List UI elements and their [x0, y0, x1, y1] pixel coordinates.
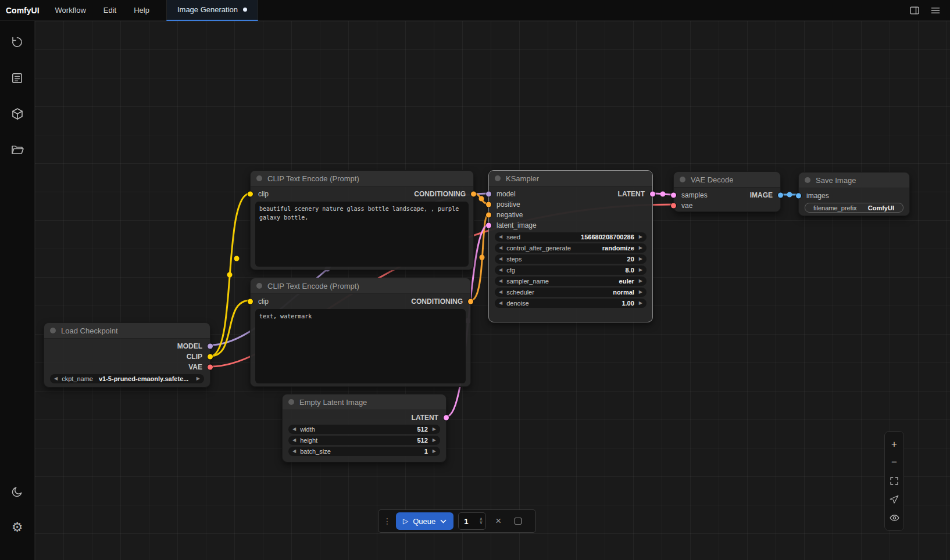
output-slot-dot[interactable]: [208, 344, 213, 349]
menu-edit[interactable]: Edit: [95, 0, 125, 21]
node-load-checkpoint[interactable]: Load Checkpoint MODEL CLIP VAE ◀ ckpt_na…: [44, 322, 210, 387]
tab-image-generation[interactable]: Image Generation: [166, 0, 258, 21]
widget-width[interactable]: ◀ width 512 ▶: [288, 425, 440, 434]
widget-seed[interactable]: ◀ seed 156680208700286 ▶: [495, 232, 647, 242]
input-slot-dot[interactable]: [486, 202, 491, 207]
collapse-dot[interactable]: [805, 177, 810, 183]
decrement-arrow-icon[interactable]: ◀: [292, 449, 296, 454]
widget-control-after-generate[interactable]: ◀ control_after_generate randomize ▶: [495, 243, 647, 253]
menu-help[interactable]: Help: [125, 0, 158, 21]
step-down-icon[interactable]: ∨: [479, 521, 483, 525]
increment-arrow-icon[interactable]: ▶: [433, 427, 436, 432]
node-header[interactable]: Save Image: [799, 173, 909, 188]
chevron-down-icon[interactable]: [440, 519, 447, 523]
node-header[interactable]: CLIP Text Encode (Prompt): [251, 278, 470, 294]
node-clip-text-encode-negative[interactable]: CLIP Text Encode (Prompt) clip CONDITION…: [250, 278, 471, 387]
increment-arrow-icon[interactable]: ▶: [639, 279, 642, 283]
node-header[interactable]: CLIP Text Encode (Prompt): [251, 171, 473, 186]
increment-arrow-icon[interactable]: ▶: [433, 438, 436, 443]
widget-cfg[interactable]: ◀ cfg 8.0 ▶: [495, 265, 647, 275]
queue-list-button[interactable]: [6, 66, 29, 89]
decrement-arrow-icon[interactable]: ◀: [54, 376, 58, 381]
toggle-panel-button[interactable]: [906, 2, 923, 19]
output-slot-dot[interactable]: [444, 415, 449, 421]
output-slot-dot[interactable]: [778, 193, 783, 198]
output-slot-dot[interactable]: [208, 365, 213, 370]
zoom-out-button[interactable]: −: [886, 455, 902, 470]
node-header[interactable]: Empty Latent Image: [283, 394, 446, 410]
collapse-dot[interactable]: [495, 175, 501, 181]
input-slot-dot[interactable]: [671, 193, 676, 198]
model-library-button[interactable]: [6, 102, 29, 125]
widget-denoise[interactable]: ◀ denoise 1.00 ▶: [495, 299, 647, 308]
decrement-arrow-icon[interactable]: ◀: [499, 257, 502, 261]
input-slot-dot[interactable]: [486, 223, 491, 228]
collapse-dot[interactable]: [256, 175, 262, 181]
decrement-arrow-icon[interactable]: ◀: [499, 290, 502, 295]
wire-midpoint-dot[interactable]: [480, 255, 485, 260]
wire-midpoint-dot[interactable]: [660, 192, 666, 197]
workflow-history-button[interactable]: [6, 30, 29, 53]
widget-height[interactable]: ◀ height 512 ▶: [288, 436, 440, 445]
node-vae-decode[interactable]: VAE Decode samples IMAGE vae: [673, 171, 781, 212]
zoom-in-button[interactable]: +: [886, 437, 902, 452]
wire-midpoint-dot[interactable]: [787, 192, 792, 198]
fit-view-button[interactable]: [886, 473, 902, 489]
queue-button[interactable]: ▷ Queue: [396, 512, 453, 530]
collapse-dot[interactable]: [288, 399, 294, 405]
collapse-dot[interactable]: [50, 328, 56, 333]
increment-arrow-icon[interactable]: ▶: [639, 246, 642, 250]
hamburger-menu-button[interactable]: [927, 2, 944, 19]
increment-arrow-icon[interactable]: ▶: [639, 268, 642, 272]
wire-midpoint-dot[interactable]: [479, 196, 484, 202]
widget-steps[interactable]: ◀ steps 20 ▶: [495, 254, 647, 264]
node-header[interactable]: KSampler: [489, 171, 652, 186]
output-slot-dot[interactable]: [471, 192, 476, 197]
drag-handle-icon[interactable]: ⋮: [383, 516, 391, 526]
wire-midpoint-dot[interactable]: [234, 256, 240, 261]
decrement-arrow-icon[interactable]: ◀: [499, 246, 502, 250]
widget-sampler-name[interactable]: ◀ sampler_name euler ▶: [495, 277, 647, 286]
widget-ckpt-name[interactable]: ◀ ckpt_name v1-5-pruned-emaonly.safete..…: [50, 374, 204, 383]
prompt-textarea[interactable]: text, watermark: [255, 309, 466, 383]
increment-arrow-icon[interactable]: ▶: [639, 301, 642, 306]
collapse-dot[interactable]: [256, 283, 262, 289]
decrement-arrow-icon[interactable]: ◀: [499, 301, 502, 306]
widget-batch-size[interactable]: ◀ batch_size 1 ▶: [288, 447, 440, 456]
select-mode-button[interactable]: [886, 492, 902, 507]
node-graph-canvas[interactable]: Load Checkpoint MODEL CLIP VAE ◀ ckpt_na…: [35, 21, 950, 560]
theme-toggle-button[interactable]: [6, 480, 29, 503]
toggle-link-visibility-button[interactable]: [886, 510, 902, 525]
increment-arrow-icon[interactable]: ▶: [197, 376, 200, 381]
widget-scheduler[interactable]: ◀ scheduler normal ▶: [495, 288, 647, 297]
output-slot-dot[interactable]: [208, 354, 213, 360]
node-save-image[interactable]: Save Image images filename_prefix ComfyU…: [798, 172, 910, 216]
output-slot-dot[interactable]: [468, 299, 473, 304]
decrement-arrow-icon[interactable]: ◀: [499, 235, 502, 239]
decrement-arrow-icon[interactable]: ◀: [292, 427, 296, 432]
node-header[interactable]: Load Checkpoint: [44, 323, 210, 339]
menu-workflow[interactable]: Workflow: [47, 0, 95, 21]
collapse-dot[interactable]: [680, 177, 685, 182]
decrement-arrow-icon[interactable]: ◀: [292, 438, 296, 443]
interrupt-button[interactable]: [510, 518, 526, 525]
increment-arrow-icon[interactable]: ▶: [639, 257, 642, 261]
input-slot-dot[interactable]: [248, 192, 253, 197]
wire-midpoint-dot[interactable]: [227, 272, 233, 278]
decrement-arrow-icon[interactable]: ◀: [499, 268, 502, 272]
batch-count-input[interactable]: 1 ∧ ∨: [458, 512, 486, 530]
increment-arrow-icon[interactable]: ▶: [639, 235, 642, 239]
decrement-arrow-icon[interactable]: ◀: [499, 279, 502, 283]
node-empty-latent-image[interactable]: Empty Latent Image LATENT ◀ width 512 ▶ …: [282, 394, 447, 462]
input-slot-dot[interactable]: [671, 203, 676, 209]
prompt-textarea[interactable]: beautiful scenery nature glass bottle la…: [255, 202, 469, 267]
input-slot-dot[interactable]: [486, 213, 491, 218]
widget-filename-prefix[interactable]: filename_prefix ComfyUI: [805, 203, 903, 213]
increment-arrow-icon[interactable]: ▶: [433, 449, 436, 454]
workflows-folder-button[interactable]: [6, 138, 29, 161]
node-header[interactable]: VAE Decode: [674, 172, 780, 188]
input-slot-dot[interactable]: [796, 193, 801, 199]
node-clip-text-encode-positive[interactable]: CLIP Text Encode (Prompt) clip CONDITION…: [250, 170, 474, 270]
increment-arrow-icon[interactable]: ▶: [639, 290, 642, 295]
settings-button[interactable]: ⚙: [6, 516, 29, 539]
